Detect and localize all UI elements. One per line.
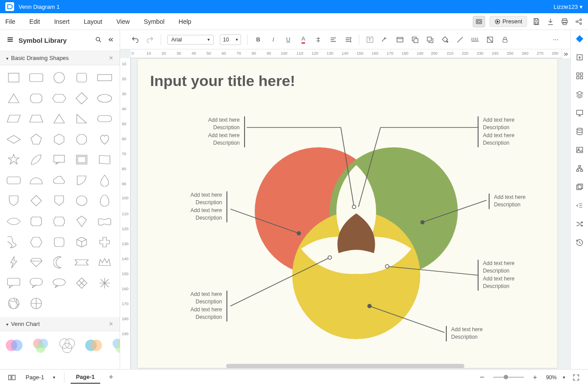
shape-diamond[interactable] [72, 90, 92, 106]
text-box-icon[interactable]: T [366, 35, 374, 44]
shape-octagon[interactable] [72, 131, 92, 147]
shape-plaque-2[interactable] [49, 213, 69, 229]
label-top-right[interactable]: Add text here Description Add text here … [478, 116, 537, 147]
shape-rounded-rect2[interactable] [4, 172, 24, 188]
venn-thumb-1[interactable] [4, 336, 24, 356]
align-horizontal-icon[interactable] [329, 35, 338, 44]
menu-file[interactable]: File [4, 16, 16, 27]
shape-shield[interactable] [4, 193, 24, 209]
shape-pentagon[interactable] [26, 131, 46, 147]
redo-icon[interactable] [146, 35, 155, 44]
shape-speech-rect[interactable] [4, 275, 24, 291]
shape-diamond-grid[interactable] [72, 275, 92, 291]
shape-rounded-rect[interactable] [26, 70, 46, 86]
shape-hexagon-h[interactable] [49, 90, 69, 106]
shape-octagon-rect[interactable] [26, 90, 46, 106]
shape-wave[interactable] [4, 234, 24, 250]
shape-quarter-circle[interactable] [72, 172, 92, 188]
app-logo[interactable] [5, 2, 14, 11]
shape-ellipse-2[interactable] [72, 193, 92, 209]
presentation-icon[interactable] [574, 108, 585, 118]
shape-aperture[interactable] [4, 295, 24, 311]
italic-icon[interactable]: I [269, 35, 278, 44]
shuffle-icon[interactable] [574, 219, 585, 229]
slideshow-layout-button[interactable] [473, 16, 485, 27]
export-icon[interactable] [574, 52, 585, 63]
shape-flag[interactable] [94, 152, 115, 168]
shape-moon[interactable] [49, 254, 69, 270]
shape-pie-4[interactable] [26, 295, 46, 311]
menu-insert[interactable]: Insert [53, 16, 71, 27]
page-tab-1[interactable]: Page-1 [71, 371, 100, 384]
shape-semicircle[interactable] [26, 172, 46, 188]
scrollbar-horizontal[interactable] [226, 364, 464, 368]
shape-cube[interactable] [72, 234, 92, 250]
lock-icon[interactable] [501, 35, 509, 44]
fill-color-icon[interactable] [441, 35, 449, 44]
image-icon[interactable] [574, 145, 585, 155]
clear-format-icon[interactable] [486, 35, 494, 44]
arrange-back-icon[interactable] [426, 35, 434, 44]
present-button[interactable]: Present [490, 16, 527, 27]
database-icon[interactable] [574, 126, 585, 137]
label-top-left[interactable]: Add text here Description Add text here … [185, 116, 245, 147]
download-icon[interactable] [546, 17, 555, 26]
menu-view[interactable]: View [116, 16, 131, 27]
bold-icon[interactable]: B [254, 35, 263, 44]
shape-callout-rect[interactable] [49, 152, 69, 168]
zoom-slider[interactable] [493, 377, 524, 378]
save-icon[interactable] [531, 17, 541, 26]
shape-circle[interactable] [49, 70, 69, 86]
zoom-value[interactable]: 90% [546, 374, 557, 381]
canvas-viewport[interactable]: 0102030405060708090100110120130140150160… [120, 49, 570, 369]
shape-egg[interactable] [94, 193, 115, 209]
shape-pill[interactable] [94, 111, 115, 127]
menu-layout[interactable]: Layout [83, 16, 103, 27]
shape-rhombus[interactable] [4, 131, 24, 147]
shape-cloud[interactable] [49, 172, 69, 188]
page-list-icon[interactable] [7, 373, 17, 382]
outdent-icon[interactable] [574, 200, 585, 211]
canvas-page[interactable]: Input your title here! [138, 59, 557, 368]
add-page-icon[interactable]: + [106, 373, 116, 382]
close-section-icon[interactable]: ✕ [109, 55, 113, 61]
shape-pinwheel[interactable] [94, 275, 115, 291]
share-icon[interactable] [574, 17, 584, 26]
venn-thumb-4[interactable] [84, 336, 103, 356]
shape-hexagon-2[interactable] [26, 234, 46, 250]
collapse-left-icon[interactable] [107, 37, 113, 44]
shape-ellipse[interactable] [94, 90, 115, 106]
menu-help[interactable]: Help [178, 16, 192, 27]
font-family-select[interactable]: Arial▾ [167, 35, 214, 45]
frames-icon[interactable] [574, 182, 585, 192]
shape-right-triangle[interactable] [72, 111, 92, 127]
shape-kite[interactable] [72, 213, 92, 229]
section-venn-chart[interactable]: ▾Venn Chart ✕ [0, 317, 120, 331]
page-dropdown[interactable]: Page-1▾ [23, 373, 58, 382]
shape-plaque[interactable] [26, 213, 46, 229]
shape-speech-ellipse[interactable] [49, 275, 69, 291]
zoom-out-icon[interactable]: − [477, 373, 487, 382]
fullscreen-icon[interactable] [571, 373, 581, 382]
shape-bevel-rect[interactable] [72, 152, 92, 168]
label-low-right[interactable]: Add text here Description Add text here … [478, 260, 537, 291]
menu-edit[interactable]: Edit [29, 16, 41, 27]
shape-gem[interactable] [26, 254, 46, 270]
shape-trapezoid[interactable] [26, 111, 46, 127]
shape-diamond-2[interactable] [26, 193, 46, 209]
shape-triangle[interactable] [4, 90, 24, 106]
close-section-icon[interactable]: ✕ [109, 321, 113, 327]
collapse-right-icon[interactable] [562, 49, 570, 59]
shape-triangle-2[interactable] [49, 111, 69, 127]
venn-thumb-2[interactable] [31, 336, 50, 356]
arrange-front-icon[interactable] [411, 35, 419, 44]
shape-parallelogram[interactable] [4, 111, 24, 127]
shape-ribbon[interactable] [72, 254, 92, 270]
section-basic-shapes[interactable]: ▾Basic Drawing Shapes ✕ [0, 51, 120, 65]
user-menu[interactable]: Lizzie123 ▾ [554, 4, 583, 10]
shape-star[interactable] [4, 152, 24, 168]
shape-square[interactable] [4, 70, 24, 86]
shape-rounded-square-2[interactable] [49, 234, 69, 250]
underline-icon[interactable]: U [284, 35, 293, 44]
label-bot-right[interactable]: Add text here Description [446, 326, 499, 341]
